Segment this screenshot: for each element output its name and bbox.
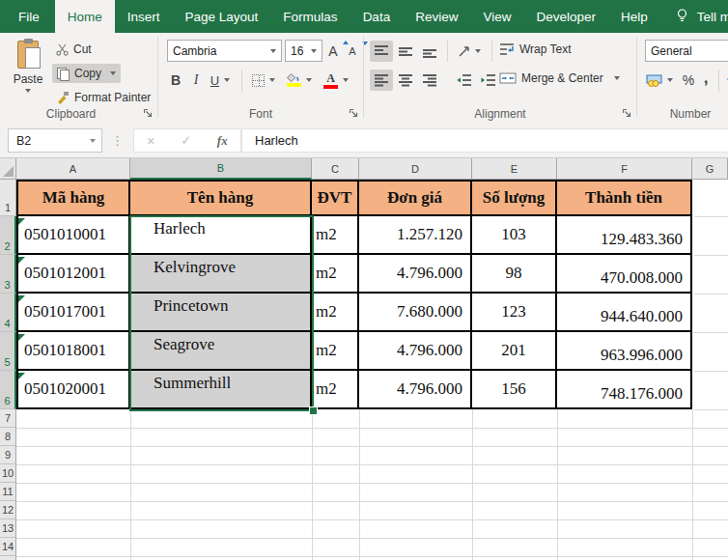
font-size-combo[interactable]: 16 xyxy=(285,40,322,62)
table-header-don-gia[interactable]: Đơn giá xyxy=(359,180,472,216)
cut-button[interactable]: Cut xyxy=(56,42,92,56)
cell-A2[interactable]: 0501010001 xyxy=(16,216,130,255)
font-size-dropdown-arrow[interactable] xyxy=(311,49,317,53)
row-header-8[interactable]: 8 xyxy=(0,428,16,446)
borders-dropdown-arrow[interactable] xyxy=(269,78,275,82)
underline-button[interactable]: U xyxy=(207,70,234,91)
table-header-dvt[interactable]: ĐVT xyxy=(312,180,359,216)
cell-F4[interactable]: 944.640.000 xyxy=(557,294,692,332)
clipboard-dialog-launcher[interactable] xyxy=(142,107,154,119)
increase-indent-button[interactable] xyxy=(477,70,500,91)
fill-handle[interactable] xyxy=(309,406,318,415)
align-right-button[interactable] xyxy=(418,70,441,91)
row-header-2[interactable]: 2 xyxy=(0,216,16,255)
formula-bar-resize-handle[interactable]: ⋮ xyxy=(111,127,124,153)
select-all-corner[interactable] xyxy=(0,158,16,180)
bottom-align-button[interactable] xyxy=(418,41,441,62)
tab-home[interactable]: Home xyxy=(55,0,115,33)
cell-B5[interactable]: Seagrove xyxy=(130,332,312,371)
cell-E3[interactable]: 98 xyxy=(472,255,557,294)
cell-D3[interactable]: 4.796.000 xyxy=(359,255,472,294)
cell-A4[interactable]: 0501017001 xyxy=(16,294,130,332)
table-header-ma-hang[interactable]: Mã hàng xyxy=(16,180,130,216)
row-header-6[interactable]: 6 xyxy=(0,371,16,409)
row-header-10[interactable]: 10 xyxy=(0,464,16,483)
format-painter-button[interactable]: Format Painter xyxy=(56,91,151,104)
table-header-so-luong[interactable]: Số lượng xyxy=(472,180,557,216)
comma-style-button[interactable]: , xyxy=(699,68,713,89)
align-left-button[interactable] xyxy=(370,70,393,91)
cell-D2[interactable]: 1.257.120 xyxy=(359,216,472,255)
cell-C4[interactable]: m2 xyxy=(312,294,359,332)
column-header-C[interactable]: C xyxy=(312,158,359,180)
column-header-D[interactable]: D xyxy=(359,158,472,180)
table-header-ten-hang[interactable]: Tên hàng xyxy=(130,180,312,216)
tab-review[interactable]: Review xyxy=(403,0,470,33)
cell-F5[interactable]: 963.996.000 xyxy=(557,332,692,371)
italic-button[interactable]: I xyxy=(187,70,205,91)
cell-F6[interactable]: 748.176.000 xyxy=(557,371,692,409)
borders-button[interactable] xyxy=(249,70,278,91)
column-header-A[interactable]: A xyxy=(16,158,130,180)
orientation-dropdown-arrow[interactable] xyxy=(475,49,481,53)
row-header-3[interactable]: 3 xyxy=(0,255,16,294)
row-header-11[interactable]: 11 xyxy=(0,483,16,501)
bold-button[interactable]: B xyxy=(166,70,185,91)
row-header-7[interactable]: 7 xyxy=(0,409,16,428)
row-header-13[interactable]: 13 xyxy=(0,519,16,538)
paste-dropdown-arrow[interactable] xyxy=(25,89,31,93)
row-header-14[interactable]: 14 xyxy=(0,538,16,556)
cell-E5[interactable]: 201 xyxy=(472,332,557,371)
cell-B2-active[interactable]: Harlech xyxy=(130,216,312,255)
tab-view[interactable]: View xyxy=(470,0,523,33)
merge-center-button[interactable]: Merge & Center xyxy=(499,71,620,85)
accounting-format-button[interactable] xyxy=(643,70,676,91)
tab-file[interactable]: File xyxy=(3,0,55,33)
row-header-9[interactable]: 9 xyxy=(0,446,16,464)
cell-E2[interactable]: 103 xyxy=(472,216,557,255)
copy-dropdown-arrow[interactable] xyxy=(110,71,116,75)
font-color-dropdown-arrow[interactable] xyxy=(343,78,349,82)
decrease-font-size-button[interactable]: A xyxy=(344,41,361,62)
cell-B4[interactable]: Princetown xyxy=(130,294,312,332)
decrease-indent-button[interactable] xyxy=(453,70,476,91)
cell-D4[interactable]: 7.680.000 xyxy=(359,294,472,332)
alignment-dialog-launcher[interactable] xyxy=(621,107,632,119)
top-align-button[interactable] xyxy=(370,41,393,62)
formula-input[interactable]: Harlech xyxy=(241,128,728,153)
increase-font-size-button[interactable]: A xyxy=(324,41,342,62)
cell-F2[interactable]: 129.483.360 xyxy=(557,216,692,255)
cell-C2[interactable]: m2 xyxy=(312,216,359,255)
row-header-1[interactable]: 1 xyxy=(0,180,16,216)
cell-E6[interactable]: 156 xyxy=(472,371,557,409)
tab-insert[interactable]: Insert xyxy=(115,0,173,33)
increase-decimal-button[interactable] xyxy=(722,70,728,91)
cell-C3[interactable]: m2 xyxy=(312,255,359,294)
wrap-text-button[interactable]: Wrap Text xyxy=(499,42,572,56)
fill-color-dropdown-arrow[interactable] xyxy=(306,78,312,82)
cell-B3[interactable]: Kelvingrove xyxy=(130,255,312,294)
font-color-button[interactable]: A xyxy=(321,70,351,91)
cell-C6[interactable]: m2 xyxy=(312,371,359,409)
column-header-F[interactable]: F xyxy=(557,158,692,180)
font-name-dropdown-arrow[interactable] xyxy=(270,49,276,53)
row-header-12[interactable]: 12 xyxy=(0,501,16,519)
column-header-G[interactable]: G xyxy=(692,158,728,180)
font-name-combo[interactable]: Cambria xyxy=(167,40,282,62)
cell-F3[interactable]: 470.008.000 xyxy=(557,255,692,294)
number-format-combo[interactable]: General xyxy=(645,40,728,62)
tab-formulas[interactable]: Formulas xyxy=(270,0,350,33)
merge-center-dropdown-arrow[interactable] xyxy=(614,76,620,80)
cell-A3[interactable]: 0501012001 xyxy=(16,255,130,294)
cell-D5[interactable]: 4.796.000 xyxy=(359,332,472,371)
cell-A5[interactable]: 0501018001 xyxy=(16,332,130,371)
cell-D6[interactable]: 4.796.000 xyxy=(359,371,472,409)
tab-help[interactable]: Help xyxy=(608,0,660,33)
cell-B6[interactable]: Summerhill xyxy=(130,371,312,409)
row-header-15[interactable]: 15 xyxy=(0,556,16,560)
underline-dropdown-arrow[interactable] xyxy=(224,78,230,82)
accounting-dropdown-arrow[interactable] xyxy=(667,78,673,82)
row-header-4[interactable]: 4 xyxy=(0,294,16,332)
name-box[interactable]: B2 xyxy=(8,128,102,153)
cell-A6[interactable]: 0501020001 xyxy=(16,371,130,409)
